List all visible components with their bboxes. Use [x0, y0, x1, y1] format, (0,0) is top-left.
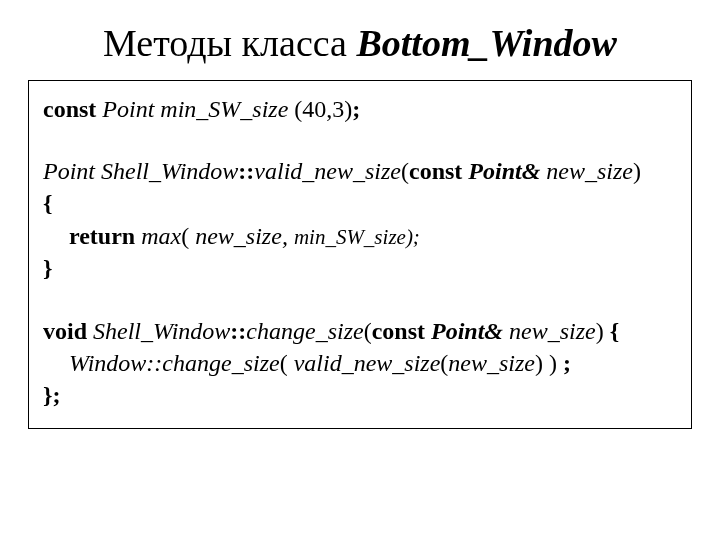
class: Shell_Window [93, 318, 230, 344]
code-line: { [43, 187, 677, 219]
kw-const: const [372, 318, 425, 344]
lparen: ( [364, 318, 372, 344]
semi: ; [563, 350, 571, 376]
code-line: }; [43, 379, 677, 411]
rparen-semi: ); [406, 225, 420, 249]
code-line: const Point min_SW_size (40,3); [43, 93, 677, 125]
brace: { [43, 190, 52, 216]
title-class: Bottom_Window [356, 22, 616, 64]
code-line: } [43, 252, 677, 284]
param-name: new_size [546, 158, 633, 184]
fn: valid_new_size [254, 158, 401, 184]
param-type: Point& [431, 318, 503, 344]
slide-title: Методы класса Bottom_Window [28, 22, 692, 66]
code-line: void Shell_Window::change_size(const Poi… [43, 315, 677, 347]
blank-line [43, 285, 677, 315]
code-line: return max( new_size, min_SW_size); [43, 220, 677, 252]
blank-line [43, 125, 677, 155]
param-name: new_size [509, 318, 596, 344]
lparen: ( [181, 223, 189, 249]
param-type: Point& [468, 158, 540, 184]
code-line: Window::change_size( valid_new_size(new_… [43, 347, 677, 379]
lparen: ( [280, 350, 288, 376]
type: Point [43, 158, 95, 184]
ident: min_SW_size [160, 96, 288, 122]
brace: } [43, 255, 52, 281]
args: (40,3) [288, 96, 352, 122]
lparen: ( [401, 158, 409, 184]
kw-const: const [409, 158, 462, 184]
fn: change_size [246, 318, 363, 344]
scope: :: [238, 158, 254, 184]
fn: valid_new_size [294, 350, 441, 376]
type: Point [102, 96, 154, 122]
fn: max [141, 223, 181, 249]
rparen: ) [549, 350, 557, 376]
arg: min_SW_size [294, 225, 406, 249]
code-line: Point Shell_Window::valid_new_size(const… [43, 155, 677, 187]
brace-semi: }; [43, 382, 60, 408]
brace: { [610, 318, 619, 344]
class: Shell_Window [101, 158, 238, 184]
rparen: ) [596, 318, 604, 344]
rparen: ) [535, 350, 543, 376]
scope: :: [230, 318, 246, 344]
arg: new_size [448, 350, 535, 376]
rparen: ) [633, 158, 641, 184]
arg: new_size [195, 223, 282, 249]
call: Window::change_size [69, 350, 280, 376]
code-box: const Point min_SW_size (40,3); Point Sh… [28, 80, 692, 429]
kw-return: return [69, 223, 135, 249]
semi: ; [352, 96, 360, 122]
title-text: Методы класса [103, 22, 356, 64]
kw-const: const [43, 96, 96, 122]
kw-void: void [43, 318, 87, 344]
